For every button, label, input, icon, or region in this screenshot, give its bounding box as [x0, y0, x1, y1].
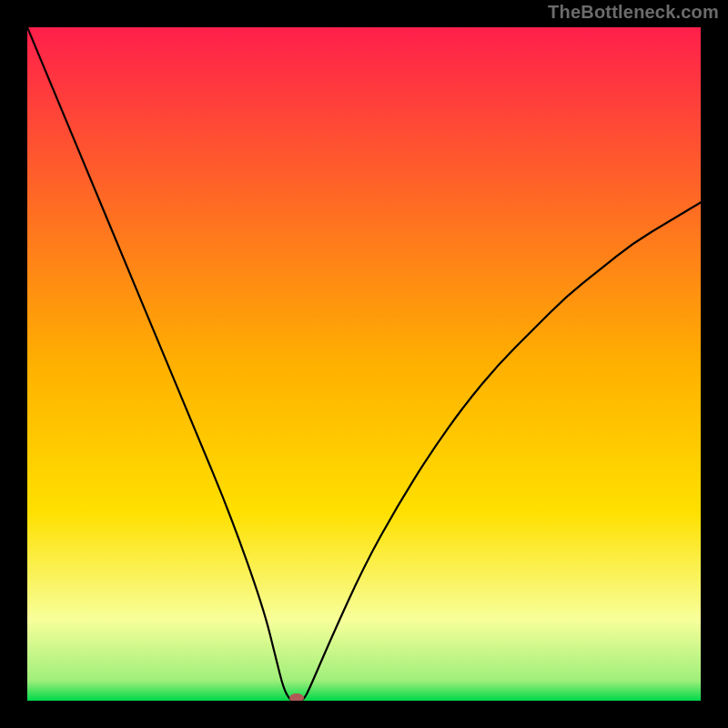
chart-svg — [27, 27, 701, 701]
attribution-text: TheBottleneck.com — [548, 2, 719, 23]
chart-frame: TheBottleneck.com — [0, 0, 728, 728]
bottleneck-chart — [27, 27, 701, 701]
gradient-background — [27, 27, 701, 701]
